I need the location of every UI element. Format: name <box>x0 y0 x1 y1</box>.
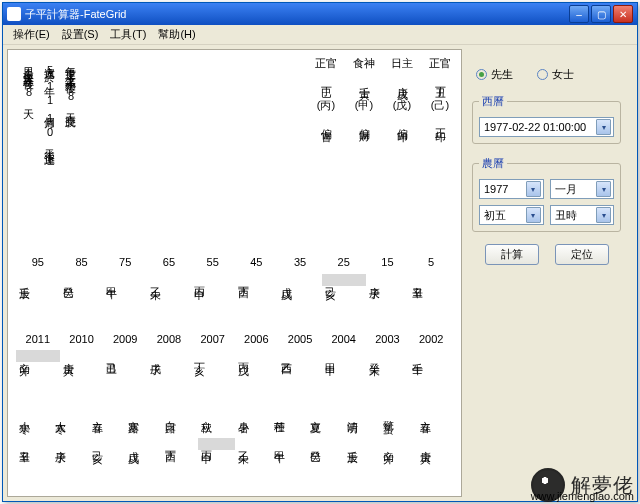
grid-cell[interactable]: 寒露 <box>125 408 161 420</box>
grid-cell[interactable]: 小暑 <box>235 408 271 420</box>
grid-cell[interactable]: 辛丑 <box>16 438 52 450</box>
grid-cell[interactable]: 2006 <box>235 332 279 346</box>
close-button[interactable]: ✕ <box>613 5 633 23</box>
chevron-down-icon[interactable]: ▾ <box>596 207 611 223</box>
grid-cell[interactable]: 小寒 <box>16 408 52 420</box>
grid-cell[interactable]: 清明 <box>344 408 380 420</box>
grid-cell[interactable]: 辛卯 <box>16 350 60 362</box>
lunar-month-combo[interactable]: 一月 ▾ <box>550 179 615 199</box>
grid-cell[interactable]: 庚寅 <box>60 350 104 362</box>
grid-cell[interactable]: 癸巳 <box>60 274 104 286</box>
menu-settings[interactable]: 設置(S) <box>56 25 105 44</box>
control-panel: 先生 女士 西曆 1977-02-22 01:00:00 ▾ 農曆 1 <box>466 45 637 501</box>
maximize-button[interactable]: ▢ <box>591 5 611 23</box>
year-row: 2011201020092008200720062005200420032002 <box>16 332 453 346</box>
grid-cell[interactable]: 2005 <box>278 332 322 346</box>
chevron-down-icon[interactable]: ▾ <box>526 207 541 223</box>
chevron-down-icon[interactable]: ▾ <box>596 181 611 197</box>
lunar-year-combo[interactable]: 1977 ▾ <box>479 179 544 199</box>
grid-cell[interactable]: 壬午 <box>409 350 453 362</box>
grid-cell[interactable]: 甲申 <box>322 350 366 362</box>
grid-cell[interactable]: 立春 <box>417 408 453 420</box>
grid-cell[interactable]: 15 <box>366 255 410 269</box>
grid-cell[interactable]: 2011 <box>16 332 60 346</box>
grid-cell[interactable]: 丁酉 <box>162 438 198 450</box>
minimize-button[interactable]: – <box>569 5 589 23</box>
grid-cell[interactable]: 35 <box>278 255 322 269</box>
grid-cell[interactable]: 65 <box>147 255 191 269</box>
lunar-day-value: 初五 <box>484 208 506 223</box>
titlebar[interactable]: 子平計算器-FateGrid – ▢ ✕ <box>3 3 637 25</box>
grid-cell[interactable]: 乙酉 <box>278 350 322 362</box>
grid-cell-text: 辛丑 <box>409 275 426 285</box>
grid-cell[interactable]: 25 <box>322 255 366 269</box>
grid-cell[interactable]: 丁亥 <box>191 350 235 362</box>
grid-cell[interactable]: 癸未 <box>366 350 410 362</box>
grid-cell[interactable]: 2008 <box>147 332 191 346</box>
grid-cell[interactable]: 95 <box>16 255 60 269</box>
grid-cell[interactable]: 45 <box>235 255 279 269</box>
grid-cell[interactable]: 55 <box>191 255 235 269</box>
grid-cell[interactable]: 丙申 <box>191 274 235 286</box>
grid-cell[interactable]: 丁酉 <box>235 274 279 286</box>
grid-cell[interactable]: 立秋 <box>198 408 234 420</box>
liunian-row: 辛卯庚寅己丑戊子丁亥丙戌乙酉甲申癸未壬午 <box>16 350 453 362</box>
grid-cell[interactable]: 庚寅 <box>417 438 453 450</box>
grid-cell[interactable]: 立夏 <box>307 408 343 420</box>
locate-button[interactable]: 定位 <box>555 244 609 265</box>
grid-cell[interactable]: 戊戌 <box>125 438 161 450</box>
grid-cell[interactable]: 辛卯 <box>380 438 416 450</box>
grid-cell[interactable]: 辛丑 <box>409 274 453 286</box>
grid-cell[interactable]: 己亥 <box>89 438 125 450</box>
lunar-day-combo[interactable]: 初五 ▾ <box>479 205 544 225</box>
pillar-hs: 庚戌 <box>394 78 411 91</box>
watermark-url: www.jiemenglao.com <box>531 490 634 502</box>
chevron-down-icon[interactable]: ▾ <box>526 181 541 197</box>
grid-cell[interactable]: 2002 <box>409 332 453 346</box>
grid-cell[interactable]: 丙戌 <box>235 350 279 362</box>
grid-cell[interactable]: 5 <box>409 255 453 269</box>
grid-cell[interactable]: 85 <box>60 255 104 269</box>
grid-cell[interactable]: 大寒 <box>52 408 88 420</box>
grid-cell[interactable]: 甲午 <box>271 438 307 450</box>
menu-help[interactable]: 幫助(H) <box>152 25 201 44</box>
solar-value: 1977-02-22 01:00:00 <box>484 121 586 133</box>
pillar-bot: 正印 <box>432 120 449 133</box>
menu-operate[interactable]: 操作(E) <box>7 25 56 44</box>
grid-cell[interactable]: 2010 <box>60 332 104 346</box>
grid-cell[interactable]: 庚子 <box>52 438 88 450</box>
grid-cell[interactable]: 己丑 <box>103 350 147 362</box>
grid-cell[interactable]: 壬辰 <box>344 438 380 450</box>
grid-cell[interactable]: 2007 <box>191 332 235 346</box>
grid-cell[interactable]: 壬辰 <box>16 274 60 286</box>
grid-cell-text: 丁亥 <box>191 351 208 361</box>
grid-cell[interactable]: 戊戌 <box>278 274 322 286</box>
grid-cell[interactable]: 2004 <box>322 332 366 346</box>
grid-cell[interactable]: 庚子 <box>366 274 410 286</box>
calc-button[interactable]: 計算 <box>485 244 539 265</box>
grid-cell-text: 辛卯 <box>380 439 397 449</box>
menu-tools[interactable]: 工具(T) <box>104 25 152 44</box>
grid-cell[interactable]: 芒種 <box>271 408 307 420</box>
grid-cell[interactable]: 75 <box>103 255 147 269</box>
grid-cell[interactable]: 立春 <box>89 408 125 420</box>
grid-cell-text: 甲申 <box>322 351 339 361</box>
grid-cell[interactable]: 驚蟄 <box>380 408 416 420</box>
grid-cell[interactable]: 乙未 <box>147 274 191 286</box>
lunar-hour-combo[interactable]: 丑時 ▾ <box>550 205 615 225</box>
grid-cell[interactable]: 2009 <box>103 332 147 346</box>
grid-cell[interactable]: 白露 <box>162 408 198 420</box>
solar-fieldset: 西曆 1977-02-22 01:00:00 ▾ <box>472 94 621 144</box>
solar-datetime-combo[interactable]: 1977-02-22 01:00:00 ▾ <box>479 117 614 137</box>
grid-cell[interactable]: 2003 <box>366 332 410 346</box>
radio-female[interactable]: 女士 <box>537 67 574 82</box>
radio-male[interactable]: 先生 <box>476 67 513 82</box>
grid-cell[interactable]: 乙未 <box>235 438 271 450</box>
grid-cell[interactable]: 己亥 <box>322 274 366 286</box>
chevron-down-icon[interactable]: ▾ <box>596 119 611 135</box>
grid-cell[interactable]: 丙申 <box>198 438 234 450</box>
grid-cell[interactable]: 甲午 <box>103 274 147 286</box>
grid-cell[interactable]: 戊子 <box>147 350 191 362</box>
grid-cell-text: 庚寅 <box>60 351 77 361</box>
grid-cell[interactable]: 癸巳 <box>307 438 343 450</box>
